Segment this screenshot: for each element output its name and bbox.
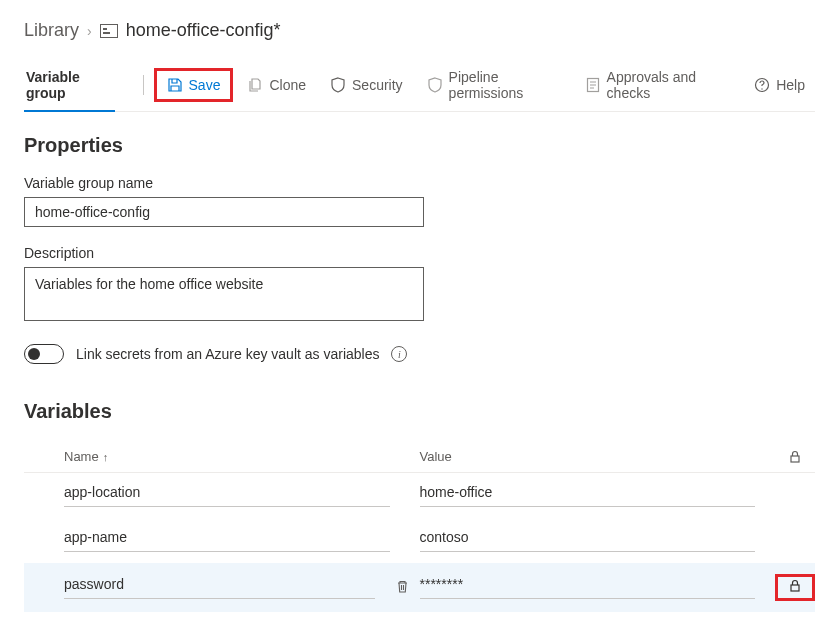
lock-toggle[interactable] — [788, 579, 802, 596]
breadcrumb: Library › home-office-config* — [24, 20, 815, 41]
sort-ascending-icon: ↑ — [103, 451, 109, 463]
properties-heading: Properties — [24, 134, 815, 157]
lock-icon — [788, 450, 802, 464]
approvals-label: Approvals and checks — [607, 69, 727, 101]
security-label: Security — [352, 77, 403, 93]
save-button[interactable]: Save — [154, 68, 234, 102]
link-secrets-row: Link secrets from an Azure key vault as … — [24, 344, 815, 364]
approvals-button[interactable]: Approvals and checks — [575, 63, 737, 107]
table-header: Name ↑ Value — [24, 441, 815, 473]
clone-icon — [247, 77, 263, 93]
variables-table: Name ↑ Value app-locationhome-officeapp-… — [24, 441, 815, 612]
help-label: Help — [776, 77, 805, 93]
link-secrets-toggle[interactable] — [24, 344, 64, 364]
shield-icon — [330, 77, 346, 93]
svg-rect-6 — [791, 456, 799, 462]
table-row[interactable]: app-locationhome-office — [24, 473, 815, 518]
table-row[interactable]: app-namecontoso — [24, 518, 815, 563]
delete-icon[interactable] — [395, 579, 410, 597]
column-lock-header — [775, 450, 815, 464]
lock-icon — [788, 579, 802, 593]
variable-value-cell[interactable]: contoso — [420, 529, 756, 552]
breadcrumb-current: home-office-config* — [126, 20, 281, 41]
svg-rect-7 — [791, 585, 799, 591]
shield-outline-icon — [427, 77, 443, 93]
variable-name-cell[interactable]: app-name — [64, 529, 390, 552]
svg-point-5 — [762, 88, 763, 89]
checklist-icon — [585, 77, 601, 93]
clone-button[interactable]: Clone — [237, 71, 316, 99]
help-button[interactable]: Help — [744, 71, 815, 99]
svg-rect-2 — [103, 32, 110, 34]
table-row[interactable]: password******** — [24, 563, 815, 612]
variable-name-cell[interactable]: app-location — [64, 484, 390, 507]
pipeline-permissions-label: Pipeline permissions — [449, 69, 561, 101]
breadcrumb-root[interactable]: Library — [24, 20, 79, 41]
variable-value-cell[interactable]: home-office — [420, 484, 756, 507]
variable-group-name-input[interactable] — [24, 197, 424, 227]
toolbar: Variable group Save Clone Security Pipel… — [24, 59, 815, 112]
description-input[interactable]: Variables for the home office website — [24, 267, 424, 321]
variables-heading: Variables — [24, 400, 815, 423]
security-button[interactable]: Security — [320, 71, 413, 99]
tab-variable-group[interactable]: Variable group — [24, 59, 115, 111]
pipeline-permissions-button[interactable]: Pipeline permissions — [417, 63, 571, 107]
help-icon — [754, 77, 770, 93]
name-field-label: Variable group name — [24, 175, 815, 191]
breadcrumb-separator: › — [87, 23, 92, 39]
toolbar-separator — [143, 75, 144, 95]
link-secrets-label: Link secrets from an Azure key vault as … — [76, 346, 379, 362]
description-field-label: Description — [24, 245, 815, 261]
column-value-header[interactable]: Value — [420, 449, 776, 464]
variable-group-icon — [100, 24, 118, 38]
column-name-header[interactable]: Name ↑ — [64, 449, 420, 464]
info-icon[interactable]: i — [391, 346, 407, 362]
clone-label: Clone — [269, 77, 306, 93]
variable-name-cell[interactable]: password — [64, 576, 375, 599]
save-label: Save — [189, 77, 221, 93]
svg-rect-0 — [100, 24, 117, 37]
save-icon — [167, 77, 183, 93]
svg-rect-1 — [103, 28, 107, 30]
variable-value-cell[interactable]: ******** — [420, 576, 756, 599]
